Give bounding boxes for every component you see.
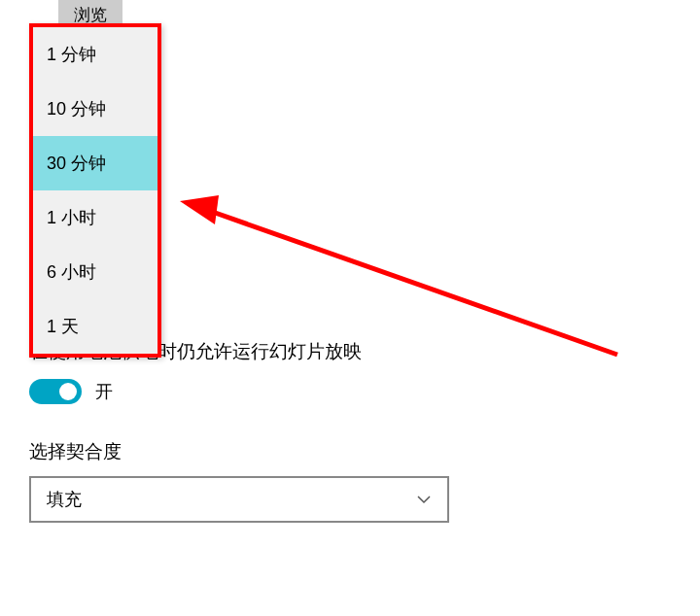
chevron-down-icon bbox=[416, 492, 432, 507]
fit-label: 选择契合度 bbox=[29, 439, 122, 464]
interval-dropdown-menu: 1 分钟 10 分钟 30 分钟 1 小时 6 小时 1 天 bbox=[29, 23, 161, 358]
toggle-state-label: 开 bbox=[95, 380, 113, 403]
fit-select-value: 填充 bbox=[47, 488, 82, 511]
dropdown-item-1min[interactable]: 1 分钟 bbox=[33, 27, 158, 82]
dropdown-item-label: 1 分钟 bbox=[47, 45, 96, 64]
dropdown-item-30min[interactable]: 30 分钟 bbox=[33, 136, 158, 190]
slideshow-battery-toggle[interactable] bbox=[29, 379, 82, 404]
dropdown-item-label: 30 分钟 bbox=[47, 154, 106, 173]
dropdown-item-label: 1 天 bbox=[47, 317, 79, 336]
dropdown-item-1hour[interactable]: 1 小时 bbox=[33, 190, 158, 245]
browse-button-label: 浏览 bbox=[74, 6, 107, 24]
dropdown-item-1day[interactable]: 1 天 bbox=[33, 299, 158, 354]
svg-marker-1 bbox=[180, 195, 219, 224]
slideshow-battery-toggle-container: 开 bbox=[29, 379, 113, 404]
svg-line-0 bbox=[204, 209, 617, 355]
dropdown-item-label: 10 分钟 bbox=[47, 99, 106, 119]
dropdown-item-label: 1 小时 bbox=[47, 208, 96, 227]
annotation-arrow bbox=[160, 112, 627, 374]
dropdown-item-6hour[interactable]: 6 小时 bbox=[33, 245, 158, 299]
toggle-knob bbox=[59, 383, 77, 400]
fit-select[interactable]: 填充 bbox=[29, 476, 449, 523]
dropdown-item-label: 6 小时 bbox=[47, 262, 96, 282]
dropdown-item-10min[interactable]: 10 分钟 bbox=[33, 82, 158, 136]
